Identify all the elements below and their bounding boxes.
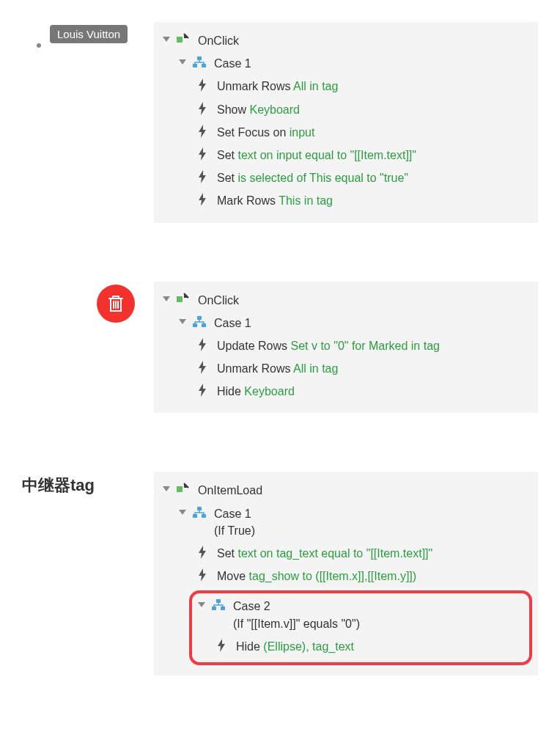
action-row[interactable]: Show Keyboard bbox=[163, 98, 529, 121]
action-target: input bbox=[290, 126, 315, 139]
action-target: All in tag bbox=[293, 362, 338, 375]
svg-rect-10 bbox=[212, 607, 216, 610]
case-label: Case 2 bbox=[233, 600, 270, 612]
disclosure-icon[interactable] bbox=[163, 486, 170, 491]
action-row[interactable]: Set text on tag_text equal to "[[Item.te… bbox=[163, 542, 529, 565]
action-row[interactable]: Hide (Ellipse), tag_text bbox=[195, 635, 526, 658]
lightning-icon bbox=[195, 545, 210, 560]
lightning-icon bbox=[195, 169, 210, 184]
action-target: Keyboard bbox=[244, 385, 295, 398]
interactions-panel: OnItemLoad Case 1 (If True) Set text o bbox=[154, 472, 538, 675]
event-icon bbox=[176, 482, 191, 497]
interactions-panel: OnClick Case 1 Update Rows Set v to "0" … bbox=[154, 282, 538, 414]
event-row[interactable]: OnItemLoad bbox=[163, 479, 529, 502]
case-row[interactable]: Case 2 (If "[[Item.v]]" equals "0") bbox=[195, 595, 526, 634]
delete-button[interactable] bbox=[97, 285, 135, 323]
disclosure-icon[interactable] bbox=[179, 59, 186, 65]
action-row[interactable]: Hide Keyboard bbox=[163, 380, 529, 403]
action-text: Hide bbox=[236, 640, 263, 653]
action-target: All in tag bbox=[293, 80, 338, 92]
lightning-icon bbox=[195, 360, 210, 375]
trash-icon bbox=[107, 294, 125, 313]
case-icon bbox=[192, 55, 207, 70]
lightning-icon bbox=[195, 101, 210, 116]
disclosure-icon[interactable] bbox=[163, 37, 170, 42]
lightning-icon bbox=[195, 383, 210, 398]
disclosure-icon[interactable] bbox=[179, 319, 186, 324]
lightning-icon bbox=[195, 337, 210, 352]
case-icon bbox=[192, 505, 207, 520]
lightning-icon bbox=[195, 147, 210, 161]
action-text: Set bbox=[217, 547, 237, 560]
svg-rect-2 bbox=[202, 64, 206, 67]
disclosure-icon[interactable] bbox=[163, 296, 170, 301]
case-icon bbox=[192, 315, 207, 329]
svg-rect-4 bbox=[193, 323, 197, 327]
section-title: 中继器tag bbox=[22, 475, 139, 497]
svg-rect-0 bbox=[197, 56, 202, 60]
event-row[interactable]: OnClick bbox=[163, 289, 529, 312]
lightning-icon bbox=[195, 124, 210, 139]
action-target: tag_show to ([[Item.x]],[[Item.y]]) bbox=[249, 570, 417, 582]
action-row[interactable]: Set is selected of This equal to "true" bbox=[163, 166, 529, 189]
svg-rect-11 bbox=[221, 607, 225, 610]
section-onitemload: 中继器tag OnItemLoad bbox=[22, 472, 538, 675]
action-text: Move bbox=[217, 570, 249, 582]
action-row[interactable]: Unmark Rows All in tag bbox=[163, 75, 529, 98]
svg-rect-7 bbox=[193, 514, 197, 518]
action-text: Update Rows bbox=[217, 340, 291, 352]
lightning-icon bbox=[195, 568, 210, 582]
event-label: OnClick bbox=[198, 294, 239, 307]
action-row[interactable]: Set text on input equal to "[[Item.text]… bbox=[163, 144, 529, 166]
action-text: Set Focus on bbox=[217, 126, 290, 139]
action-row[interactable]: Unmark Rows All in tag bbox=[163, 357, 529, 380]
case-label: Case 1 bbox=[214, 508, 251, 520]
action-row[interactable]: Move tag_show to ([[Item.x]],[[Item.y]]) bbox=[163, 565, 529, 587]
action-target: Keyboard bbox=[249, 103, 300, 116]
case-condition: (If True) bbox=[214, 524, 255, 537]
action-target: text on input equal to "[[Item.text]]" bbox=[237, 149, 416, 161]
lightning-icon bbox=[195, 192, 210, 207]
action-text: Show bbox=[217, 103, 249, 116]
svg-rect-3 bbox=[197, 316, 202, 320]
action-row[interactable]: Set Focus on input bbox=[163, 121, 529, 144]
disclosure-icon[interactable] bbox=[179, 510, 186, 515]
svg-rect-1 bbox=[193, 64, 197, 67]
event-icon bbox=[176, 292, 191, 307]
action-text: Unmark Rows bbox=[217, 80, 293, 92]
lightning-icon bbox=[214, 638, 229, 653]
action-row[interactable]: Update Rows Set v to "0" for Marked in t… bbox=[163, 334, 529, 357]
case-row[interactable]: Case 1 bbox=[163, 312, 529, 334]
case-icon bbox=[211, 598, 226, 612]
section-onclick-delete: OnClick Case 1 Update Rows Set v to "0" … bbox=[22, 282, 538, 414]
event-row[interactable]: OnClick bbox=[163, 29, 529, 52]
action-text: Hide bbox=[217, 385, 244, 398]
action-text: Set bbox=[217, 149, 237, 161]
svg-rect-8 bbox=[202, 514, 206, 518]
left-column: 中继器tag bbox=[22, 472, 139, 497]
action-target: This in tag bbox=[279, 194, 333, 207]
interactions-panel: OnClick Case 1 Unmark Rows All in tag bbox=[154, 22, 538, 223]
lightning-icon bbox=[195, 78, 210, 92]
action-target: is selected of This equal to "true" bbox=[237, 172, 408, 184]
badge-louis-vuitton: Louis Vuitton bbox=[50, 25, 128, 43]
case-row[interactable]: Case 1 (If True) bbox=[163, 502, 529, 542]
case-row[interactable]: Case 1 bbox=[163, 52, 529, 75]
event-label: OnItemLoad bbox=[198, 484, 262, 497]
event-icon bbox=[176, 32, 191, 47]
section-onclick-badge: Louis Vuitton OnClick bbox=[22, 22, 538, 223]
action-text: Set bbox=[217, 172, 237, 184]
disclosure-icon[interactable] bbox=[198, 602, 205, 607]
svg-rect-5 bbox=[202, 323, 206, 327]
action-text: Unmark Rows bbox=[217, 362, 293, 375]
action-target: Set v to "0" for Marked in tag bbox=[291, 340, 440, 352]
action-target: text on tag_text equal to "[[Item.text]]… bbox=[237, 547, 432, 560]
case-condition: (If "[[Item.v]]" equals "0") bbox=[233, 618, 360, 630]
highlight-box: Case 2 (If "[[Item.v]]" equals "0") Hide… bbox=[189, 590, 532, 665]
event-label: OnClick bbox=[198, 34, 239, 47]
case-label: Case 1 bbox=[214, 317, 251, 329]
bullet-dot bbox=[37, 43, 41, 48]
svg-rect-6 bbox=[197, 507, 202, 510]
action-row[interactable]: Mark Rows This in tag bbox=[163, 189, 529, 212]
action-target: (Ellipse), tag_text bbox=[263, 640, 354, 653]
